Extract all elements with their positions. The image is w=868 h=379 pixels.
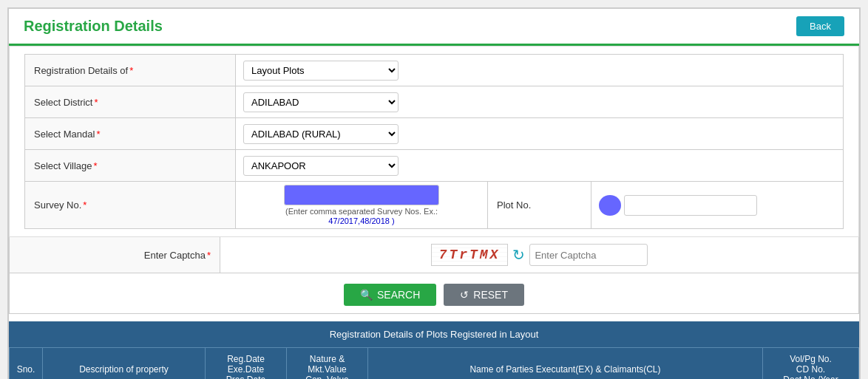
button-row: 🔍 SEARCH ↺ RESET [9,273,859,314]
mandal-select[interactable]: ADILABAD (RURAL) ADILABAD (URBAN) [243,124,399,144]
district-select[interactable]: ADILABAD NIZAMABAD KARIMNAGAR [243,92,399,112]
reset-button[interactable]: ↺ RESET [444,284,524,306]
registration-details-label: Registration Details of * [25,55,236,86]
col-nature: Nature &Mkt.ValueCon. Value [287,348,368,380]
district-cell: ADILABAD NIZAMABAD KARIMNAGAR [236,86,843,117]
registration-details-select[interactable]: Layout Plots Agricultural Plots Apartmen… [243,61,399,81]
registration-details-row: Registration Details of * Layout Plots A… [24,54,844,86]
results-table: Sno. Description of property Reg.DateExe… [9,347,859,379]
col-sno: Sno. [10,348,43,380]
page-header: Registration Details Back [9,9,859,46]
col-vol: Vol/Pg No.CD No.Doct No./Year [763,348,859,380]
village-label: Select Village * [25,150,236,181]
village-select[interactable]: ANKAPOOR BHAINSA MANCHERIAL [243,156,399,176]
mandal-label: Select Mandal * [25,118,236,149]
captcha-image: 7TrTMX [431,244,509,266]
col-description: Description of property [43,348,206,380]
village-cell: ANKAPOOR BHAINSA MANCHERIAL [236,150,843,181]
captcha-input[interactable] [529,244,648,266]
plot-input-cell [591,182,843,228]
village-row: Select Village * ANKAPOOR BHAINSA MANCHE… [24,149,844,181]
search-icon: 🔍 [360,289,373,301]
plot-prefix-icon [599,195,621,216]
search-button[interactable]: 🔍 SEARCH [344,284,436,306]
district-row: Select District * ADILABAD NIZAMABAD KAR… [24,86,844,117]
survey-input[interactable] [284,185,439,205]
plot-input[interactable] [624,195,757,216]
results-header: Registration Details of Plots Registered… [9,321,859,347]
mandal-cell: ADILABAD (RURAL) ADILABAD (URBAN) [236,118,843,149]
col-parties: Name of Parties Executant(EX) & Claimant… [368,348,763,380]
col-dates: Reg.DateExe.DatePres.Date [206,348,287,380]
page-title: Registration Details [24,18,163,35]
captcha-refresh-icon[interactable]: ↻ [512,246,525,264]
plot-label: Plot No. [488,182,591,228]
registration-details-cell: Layout Plots Agricultural Plots Apartmen… [236,55,843,86]
captcha-label: Enter Captcha * [10,237,220,273]
back-button[interactable]: Back [796,16,844,36]
reset-icon: ↺ [460,289,469,301]
district-label: Select District * [25,86,236,117]
survey-cell: (Enter comma separated Survey Nos. Ex.: … [236,182,488,228]
captcha-row: Enter Captcha * 7TrTMX ↻ [9,237,859,273]
survey-plot-row: Survey No. * (Enter comma separated Surv… [24,181,844,229]
mandal-row: Select Mandal * ADILABAD (RURAL) ADILABA… [24,117,844,149]
survey-label: Survey No. * [25,182,236,228]
registration-form: Registration Details of * Layout Plots A… [9,46,859,237]
captcha-content: 7TrTMX ↻ [220,239,858,270]
